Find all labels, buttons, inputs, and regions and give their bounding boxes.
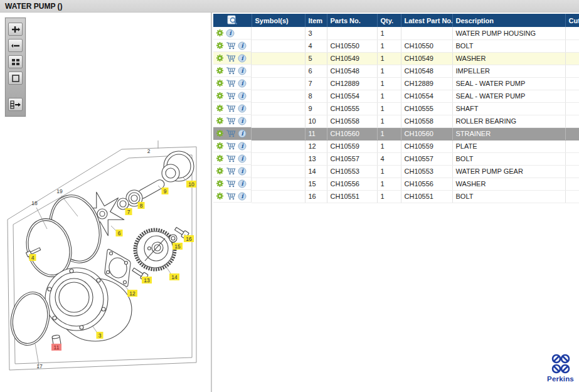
cell-symbols[interactable] [252,27,305,40]
table-row-item-7[interactable]: i7CH128891CH12889SEAL - WATER PUMP [213,77,579,90]
cart-icon[interactable] [226,192,236,200]
gear-icon[interactable] [216,104,224,112]
info-icon[interactable]: i [238,54,247,63]
cart-icon[interactable] [226,79,236,87]
cell-symbols[interactable] [252,52,305,65]
cell-latest-part-no[interactable]: CH10553 [401,165,452,177]
info-icon[interactable]: i [238,142,247,151]
cell-qty[interactable]: 1 [377,140,401,152]
cell-symbols[interactable] [252,102,305,115]
cell-description[interactable]: WASHER [452,177,565,190]
cell-qty[interactable]: 1 [377,190,401,203]
part-label-16[interactable]: 16 [184,235,194,242]
part-label-7[interactable]: 7 [125,208,132,215]
cart-icon[interactable] [226,154,236,162]
cell-item[interactable]: 3 [305,27,327,40]
cell-description[interactable]: SHAFT [452,102,565,115]
part-label-12[interactable]: 12 [127,290,137,297]
cell-description[interactable]: SEAL - WATER PUMP [452,90,565,102]
column-header-item[interactable]: Item [305,14,327,27]
info-icon[interactable]: i [238,66,247,75]
cell-parts-no[interactable]: CH10550 [327,40,377,52]
table-row-item-14[interactable]: i14CH105531CH10553WATER PUMP GEAR [213,165,579,177]
column-header-description[interactable]: Description [452,14,565,27]
gear-icon[interactable] [216,79,224,87]
cell-symbols[interactable] [252,190,305,203]
part-label-13[interactable]: 13 [142,277,152,283]
cell-parts-no[interactable]: CH10549 [327,52,377,65]
info-icon[interactable]: i [238,104,247,113]
cell-item[interactable]: 11 [305,127,327,140]
thumbnail-view-button[interactable] [8,55,23,68]
cell-parts-no[interactable] [327,27,377,40]
zoom-in-button[interactable] [8,23,23,36]
cell-cut[interactable] [565,65,579,77]
cell-symbols[interactable] [252,165,305,177]
cell-description[interactable]: ROLLER BEARING [452,115,565,127]
cell-parts-no[interactable]: CH10553 [327,165,377,177]
cell-cut[interactable] [565,52,579,65]
cell-parts-no[interactable]: CH12889 [327,77,377,90]
zoom-out-button[interactable] [8,39,23,52]
gear-icon[interactable] [216,66,224,75]
cell-latest-part-no[interactable]: CH10555 [401,102,452,115]
cell-qty[interactable]: 1 [377,177,401,190]
cell-parts-no[interactable]: CH10557 [327,152,377,165]
cell-description[interactable]: BOLT [452,152,565,165]
table-row-item-15[interactable]: i15CH105561CH10556WASHER [213,177,579,190]
part-label-11[interactable]: 11 [51,344,61,351]
table-row-item-11[interactable]: i11CH105601CH10560STRAINER [213,127,579,140]
cell-item[interactable]: 4 [305,40,327,52]
part-label-8[interactable]: 8 [138,202,145,209]
cell-parts-no[interactable]: CH10551 [327,190,377,203]
cell-latest-part-no[interactable]: CH10550 [401,40,452,52]
part-label-15[interactable]: 15 [173,243,183,250]
gear-icon[interactable] [216,129,224,137]
info-icon[interactable]: i [238,179,247,188]
cell-cut[interactable] [565,77,579,90]
cell-item[interactable]: 7 [305,77,327,90]
cell-latest-part-no[interactable]: CH10558 [401,115,452,127]
part-label-10[interactable]: 10 [186,181,196,188]
cart-icon[interactable] [226,104,236,112]
cell-symbols[interactable] [252,90,305,102]
cell-symbols[interactable] [252,40,305,52]
cell-cut[interactable] [565,177,579,190]
cell-symbols[interactable] [252,127,305,140]
cell-description[interactable]: BOLT [452,190,565,203]
column-header-cut[interactable]: Cut [565,14,579,27]
cell-latest-part-no[interactable]: CH10554 [401,90,452,102]
part-label-4[interactable]: 4 [29,254,36,261]
cell-description[interactable]: SEAL - WATER PUMP [452,77,565,90]
cell-latest-part-no[interactable]: CH10559 [401,140,452,152]
cart-icon[interactable] [226,117,236,125]
exploded-diagram[interactable]: 219181710987641615141312311 [0,13,212,392]
cell-item[interactable]: 9 [305,102,327,115]
cell-symbols[interactable] [252,115,305,127]
cell-latest-part-no[interactable]: CH10548 [401,65,452,77]
gear-icon[interactable] [216,154,224,162]
cell-symbols[interactable] [252,140,305,152]
table-row-item-10[interactable]: i10CH105581CH10558ROLLER BEARING [213,115,579,127]
cell-cut[interactable] [565,140,579,152]
cell-parts-no[interactable]: CH10556 [327,177,377,190]
cell-cut[interactable] [565,115,579,127]
table-row-item-9[interactable]: i9CH105551CH10555SHAFT [213,102,579,115]
part-label-6[interactable]: 6 [116,230,123,236]
cell-qty[interactable]: 1 [377,77,401,90]
info-icon[interactable]: i [238,154,247,163]
cell-item[interactable]: 16 [305,190,327,203]
info-icon[interactable]: i [238,129,247,138]
cart-icon[interactable] [226,129,236,137]
table-row-item-3[interactable]: i31WATER PUMP HOUSING [213,27,579,40]
gear-icon[interactable] [216,92,224,100]
cell-parts-no[interactable]: CH10555 [327,102,377,115]
cell-cut[interactable] [565,27,579,40]
table-row-item-12[interactable]: i12CH105591CH10559PLATE [213,140,579,152]
cell-latest-part-no[interactable]: CH10557 [401,152,452,165]
cell-parts-no[interactable]: CH10559 [327,140,377,152]
cell-description[interactable]: WATER PUMP HOUSING [452,27,565,40]
cell-cut[interactable] [565,127,579,140]
cell-item[interactable]: 8 [305,90,327,102]
cell-description[interactable]: WATER PUMP GEAR [452,165,565,177]
